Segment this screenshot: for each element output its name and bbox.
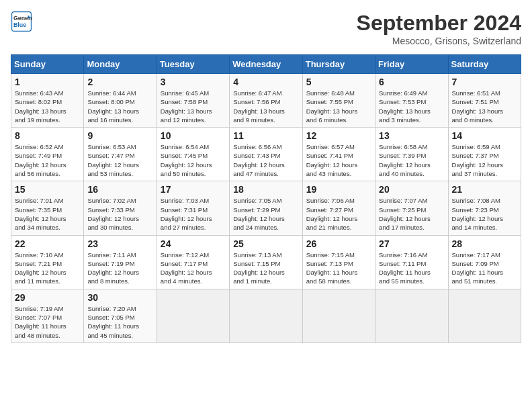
day-info: Sunrise: 7:12 AM Sunset: 7:17 PM Dayligh… xyxy=(161,250,226,286)
day-number: 26 xyxy=(306,238,371,249)
calendar-cell: 4Sunrise: 6:47 AM Sunset: 7:56 PM Daylig… xyxy=(230,74,302,128)
calendar-cell: 1Sunrise: 6:43 AM Sunset: 8:02 PM Daylig… xyxy=(11,74,84,128)
day-number: 14 xyxy=(452,130,517,141)
day-info: Sunrise: 7:20 AM Sunset: 7:05 PM Dayligh… xyxy=(87,304,152,340)
calendar-cell: 25Sunrise: 7:13 AM Sunset: 7:15 PM Dayli… xyxy=(230,235,302,289)
day-number: 27 xyxy=(379,238,444,249)
svg-text:General: General xyxy=(13,15,32,21)
day-info: Sunrise: 6:59 AM Sunset: 7:37 PM Dayligh… xyxy=(452,142,517,178)
calendar-cell: 23Sunrise: 7:11 AM Sunset: 7:19 PM Dayli… xyxy=(84,235,157,289)
day-number: 25 xyxy=(233,238,298,249)
calendar-cell: 21Sunrise: 7:08 AM Sunset: 7:23 PM Dayli… xyxy=(448,181,521,235)
calendar-cell: 10Sunrise: 6:54 AM Sunset: 7:45 PM Dayli… xyxy=(157,128,229,181)
day-number: 16 xyxy=(87,184,152,195)
day-info: Sunrise: 6:53 AM Sunset: 7:47 PM Dayligh… xyxy=(87,142,152,178)
calendar-cell xyxy=(302,289,375,342)
svg-text:Blue: Blue xyxy=(13,21,26,28)
title-block: September 2024 Mesocco, Grisons, Switzer… xyxy=(357,11,521,46)
weekday-header-sunday: Sunday xyxy=(11,55,84,74)
day-number: 11 xyxy=(233,130,298,141)
day-number: 28 xyxy=(452,238,517,249)
calendar-cell: 27Sunrise: 7:16 AM Sunset: 7:11 PM Dayli… xyxy=(375,235,448,289)
day-number: 13 xyxy=(379,130,444,141)
day-number: 20 xyxy=(379,184,444,195)
calendar-cell: 30Sunrise: 7:20 AM Sunset: 7:05 PM Dayli… xyxy=(84,289,157,342)
day-number: 17 xyxy=(161,184,226,195)
day-info: Sunrise: 7:03 AM Sunset: 7:31 PM Dayligh… xyxy=(161,196,226,232)
calendar-table: SundayMondayTuesdayWednesdayThursdayFrid… xyxy=(11,54,521,343)
calendar-cell: 16Sunrise: 7:02 AM Sunset: 7:33 PM Dayli… xyxy=(84,181,157,235)
logo-icon: General Blue xyxy=(11,11,32,32)
day-number: 29 xyxy=(15,292,80,303)
day-info: Sunrise: 6:57 AM Sunset: 7:41 PM Dayligh… xyxy=(306,142,371,178)
weekday-header-friday: Friday xyxy=(375,55,448,74)
calendar-cell: 11Sunrise: 6:56 AM Sunset: 7:43 PM Dayli… xyxy=(230,128,302,181)
calendar-cell xyxy=(230,289,302,342)
weekday-header-saturday: Saturday xyxy=(448,55,521,74)
day-number: 19 xyxy=(306,184,371,195)
day-number: 7 xyxy=(452,77,517,87)
day-info: Sunrise: 7:15 AM Sunset: 7:13 PM Dayligh… xyxy=(306,250,371,286)
weekday-header-wednesday: Wednesday xyxy=(230,55,302,74)
calendar-cell xyxy=(157,289,229,342)
calendar-cell: 7Sunrise: 6:51 AM Sunset: 7:51 PM Daylig… xyxy=(448,74,521,128)
calendar-cell: 18Sunrise: 7:05 AM Sunset: 7:29 PM Dayli… xyxy=(230,181,302,235)
calendar-cell: 17Sunrise: 7:03 AM Sunset: 7:31 PM Dayli… xyxy=(157,181,229,235)
month-title: September 2024 xyxy=(357,11,521,36)
day-info: Sunrise: 6:56 AM Sunset: 7:43 PM Dayligh… xyxy=(233,142,298,178)
day-info: Sunrise: 7:16 AM Sunset: 7:11 PM Dayligh… xyxy=(379,250,444,286)
day-number: 2 xyxy=(87,77,152,87)
day-info: Sunrise: 6:43 AM Sunset: 8:02 PM Dayligh… xyxy=(15,89,80,124)
day-number: 5 xyxy=(306,77,371,87)
day-info: Sunrise: 6:47 AM Sunset: 7:56 PM Dayligh… xyxy=(233,89,298,124)
day-number: 23 xyxy=(87,238,152,249)
day-number: 24 xyxy=(161,238,226,249)
day-info: Sunrise: 7:08 AM Sunset: 7:23 PM Dayligh… xyxy=(452,196,517,232)
calendar-cell xyxy=(448,289,521,342)
day-number: 12 xyxy=(306,130,371,141)
calendar-cell: 28Sunrise: 7:17 AM Sunset: 7:09 PM Dayli… xyxy=(448,235,521,289)
logo: General Blue xyxy=(11,11,32,32)
day-number: 8 xyxy=(15,130,80,141)
day-number: 22 xyxy=(15,238,80,249)
day-info: Sunrise: 7:13 AM Sunset: 7:15 PM Dayligh… xyxy=(233,250,298,286)
calendar-cell: 8Sunrise: 6:52 AM Sunset: 7:49 PM Daylig… xyxy=(11,128,84,181)
calendar-cell: 6Sunrise: 6:49 AM Sunset: 7:53 PM Daylig… xyxy=(375,74,448,128)
weekday-header-tuesday: Tuesday xyxy=(157,55,229,74)
day-number: 21 xyxy=(452,184,517,195)
calendar-cell: 15Sunrise: 7:01 AM Sunset: 7:35 PM Dayli… xyxy=(11,181,84,235)
calendar-cell: 29Sunrise: 7:19 AM Sunset: 7:07 PM Dayli… xyxy=(11,289,84,342)
calendar-cell: 9Sunrise: 6:53 AM Sunset: 7:47 PM Daylig… xyxy=(84,128,157,181)
calendar-cell: 24Sunrise: 7:12 AM Sunset: 7:17 PM Dayli… xyxy=(157,235,229,289)
day-info: Sunrise: 7:10 AM Sunset: 7:21 PM Dayligh… xyxy=(15,250,80,286)
day-info: Sunrise: 6:45 AM Sunset: 7:58 PM Dayligh… xyxy=(161,89,226,124)
calendar-week-row: 1Sunrise: 6:43 AM Sunset: 8:02 PM Daylig… xyxy=(11,74,521,128)
day-info: Sunrise: 6:52 AM Sunset: 7:49 PM Dayligh… xyxy=(15,142,80,178)
day-info: Sunrise: 6:44 AM Sunset: 8:00 PM Dayligh… xyxy=(87,89,152,124)
calendar-cell: 12Sunrise: 6:57 AM Sunset: 7:41 PM Dayli… xyxy=(302,128,375,181)
calendar-week-row: 8Sunrise: 6:52 AM Sunset: 7:49 PM Daylig… xyxy=(11,128,521,181)
day-info: Sunrise: 6:54 AM Sunset: 7:45 PM Dayligh… xyxy=(161,142,226,178)
day-info: Sunrise: 7:17 AM Sunset: 7:09 PM Dayligh… xyxy=(452,250,517,286)
calendar-cell xyxy=(375,289,448,342)
location-subtitle: Mesocco, Grisons, Switzerland xyxy=(357,36,521,46)
day-number: 3 xyxy=(161,77,226,87)
calendar-cell: 22Sunrise: 7:10 AM Sunset: 7:21 PM Dayli… xyxy=(11,235,84,289)
calendar-week-row: 29Sunrise: 7:19 AM Sunset: 7:07 PM Dayli… xyxy=(11,289,521,342)
page-header: General Blue September 2024 Mesocco, Gri… xyxy=(11,11,521,46)
calendar-week-row: 22Sunrise: 7:10 AM Sunset: 7:21 PM Dayli… xyxy=(11,235,521,289)
day-info: Sunrise: 6:48 AM Sunset: 7:55 PM Dayligh… xyxy=(306,89,371,124)
weekday-header-thursday: Thursday xyxy=(302,55,375,74)
day-info: Sunrise: 7:01 AM Sunset: 7:35 PM Dayligh… xyxy=(15,196,80,232)
calendar-cell: 19Sunrise: 7:06 AM Sunset: 7:27 PM Dayli… xyxy=(302,181,375,235)
day-info: Sunrise: 7:02 AM Sunset: 7:33 PM Dayligh… xyxy=(87,196,152,232)
day-info: Sunrise: 6:49 AM Sunset: 7:53 PM Dayligh… xyxy=(379,89,444,124)
day-info: Sunrise: 7:05 AM Sunset: 7:29 PM Dayligh… xyxy=(233,196,298,232)
day-number: 15 xyxy=(15,184,80,195)
calendar-cell: 3Sunrise: 6:45 AM Sunset: 7:58 PM Daylig… xyxy=(157,74,229,128)
day-info: Sunrise: 7:07 AM Sunset: 7:25 PM Dayligh… xyxy=(379,196,444,232)
day-number: 1 xyxy=(15,77,80,87)
day-info: Sunrise: 7:19 AM Sunset: 7:07 PM Dayligh… xyxy=(15,304,80,340)
calendar-cell: 14Sunrise: 6:59 AM Sunset: 7:37 PM Dayli… xyxy=(448,128,521,181)
day-number: 10 xyxy=(161,130,226,141)
